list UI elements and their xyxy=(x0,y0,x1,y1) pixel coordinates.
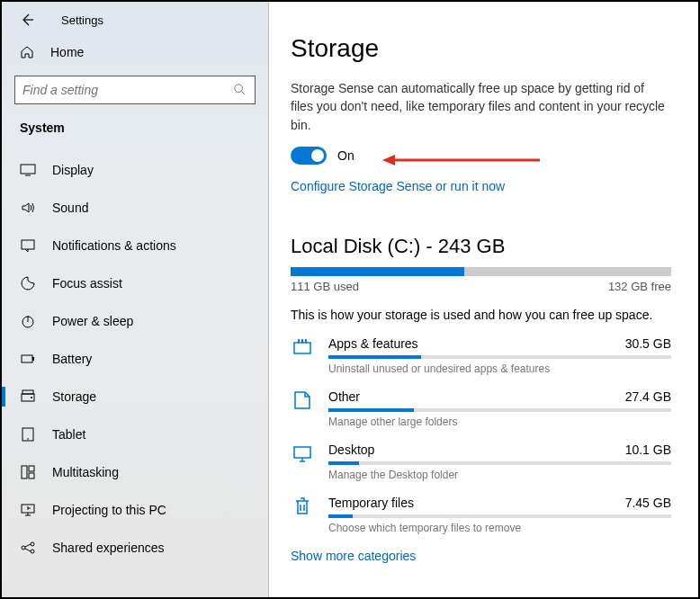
storage-sense-desc: Storage Sense can automatically free up … xyxy=(291,79,669,134)
category-name: Apps & features xyxy=(328,336,418,351)
app-title: Settings xyxy=(61,13,103,27)
svg-rect-12 xyxy=(29,466,34,471)
svg-rect-20 xyxy=(294,343,310,353)
svg-rect-13 xyxy=(29,473,34,478)
sound-icon xyxy=(20,200,36,216)
category-sub: Choose which temporary files to remove xyxy=(328,522,671,534)
main-content: Storage Storage Sense can automatically … xyxy=(269,2,698,597)
sidebar-item-label: Multitasking xyxy=(52,465,119,479)
disk-free-label: 132 GB free xyxy=(608,280,671,293)
sidebar-item-label: Display xyxy=(52,163,94,177)
category-desktop[interactable]: Desktop10.1 GBManage the Desktop folder xyxy=(291,443,671,481)
svg-rect-7 xyxy=(22,390,33,394)
home-icon xyxy=(20,45,34,59)
svg-marker-19 xyxy=(382,155,395,165)
apps-icon xyxy=(291,336,314,360)
page-title: Storage xyxy=(291,34,671,63)
sidebar-item-label: Focus assist xyxy=(52,276,122,291)
sidebar-item-battery[interactable]: Battery xyxy=(2,340,268,378)
project-icon xyxy=(20,502,36,518)
nav-list: DisplaySoundNotifications & actionsFocus… xyxy=(2,151,268,597)
svg-rect-22 xyxy=(301,339,303,343)
desktop-icon xyxy=(291,443,314,466)
sidebar-item-tablet[interactable]: Tablet xyxy=(2,416,268,453)
storage-sense-toggle[interactable] xyxy=(291,147,327,165)
category-sub: Uninstall unused or undesired apps & fea… xyxy=(328,362,671,375)
sidebar-item-label: Storage xyxy=(52,389,96,404)
battery-icon xyxy=(20,351,36,367)
temp-icon xyxy=(291,496,314,519)
sidebar-item-label: Projecting to this PC xyxy=(52,503,166,517)
sidebar-item-notifications[interactable]: Notifications & actions xyxy=(2,227,268,264)
category-size: 30.5 GB xyxy=(625,336,671,351)
svg-point-15 xyxy=(22,546,25,550)
back-arrow-icon xyxy=(20,13,34,27)
show-more-link[interactable]: Show more categories xyxy=(291,549,671,563)
category-bar xyxy=(328,514,671,518)
sidebar-item-shared[interactable]: Shared experiences xyxy=(2,529,268,567)
storage-icon xyxy=(20,389,36,405)
red-arrow-annotation xyxy=(382,154,540,166)
display-icon xyxy=(20,162,36,178)
toggle-state: On xyxy=(337,148,354,163)
sidebar-item-label: Notifications & actions xyxy=(52,238,176,253)
sidebar-item-label: Tablet xyxy=(52,427,85,442)
category-apps[interactable]: Apps & features30.5 GBUninstall unused o… xyxy=(291,336,671,375)
home-button[interactable]: Home xyxy=(2,34,268,70)
svg-rect-11 xyxy=(22,466,27,478)
focus-icon xyxy=(20,275,36,291)
category-other[interactable]: Other27.4 GBManage other large folders xyxy=(291,389,671,428)
notifications-icon xyxy=(20,237,36,254)
search-box[interactable] xyxy=(14,76,256,104)
sidebar: Settings Home System DisplaySoundNotific… xyxy=(2,2,269,597)
search-input[interactable] xyxy=(22,83,233,97)
category-temp[interactable]: Temporary files7.45 GBChoose which tempo… xyxy=(291,496,671,534)
back-button[interactable] xyxy=(20,13,34,27)
category-name: Other xyxy=(328,389,360,404)
sidebar-item-label: Shared experiences xyxy=(52,541,165,555)
other-icon xyxy=(291,389,314,413)
shared-icon xyxy=(20,540,36,556)
sidebar-item-focus[interactable]: Focus assist xyxy=(2,264,268,302)
home-label: Home xyxy=(50,45,84,59)
usage-desc: This is how your storage is used and how… xyxy=(291,308,671,322)
svg-rect-4 xyxy=(22,355,32,362)
category-bar xyxy=(328,461,671,465)
sidebar-item-power[interactable]: Power & sleep xyxy=(2,302,268,340)
sidebar-item-label: Power & sleep xyxy=(52,314,133,328)
svg-point-10 xyxy=(27,438,29,440)
category-size: 10.1 GB xyxy=(625,443,671,457)
sidebar-item-sound[interactable]: Sound xyxy=(2,189,268,227)
category-name: Temporary files xyxy=(328,496,414,510)
sidebar-item-label: Battery xyxy=(52,352,92,366)
power-icon xyxy=(20,313,36,329)
category-size: 7.45 GB xyxy=(625,496,671,510)
svg-rect-1 xyxy=(21,165,35,174)
svg-rect-24 xyxy=(294,447,310,458)
svg-point-0 xyxy=(235,85,243,93)
tablet-icon xyxy=(20,426,36,443)
category-bar xyxy=(328,355,671,359)
section-label: System xyxy=(2,115,268,151)
sidebar-item-label: Sound xyxy=(52,201,88,215)
svg-rect-21 xyxy=(298,339,300,343)
sidebar-item-project[interactable]: Projecting to this PC xyxy=(2,491,268,529)
svg-rect-2 xyxy=(22,240,34,249)
multitask-icon xyxy=(20,464,36,480)
svg-point-8 xyxy=(31,397,32,398)
category-sub: Manage other large folders xyxy=(328,416,671,428)
configure-link[interactable]: Configure Storage Sense or run it now xyxy=(291,179,671,193)
category-bar xyxy=(328,408,671,412)
category-size: 27.4 GB xyxy=(625,389,671,404)
sidebar-item-storage[interactable]: Storage xyxy=(2,378,268,416)
category-sub: Manage the Desktop folder xyxy=(328,469,671,481)
disk-usage-bar xyxy=(291,267,671,276)
svg-rect-5 xyxy=(32,357,34,361)
category-name: Desktop xyxy=(328,443,374,457)
sidebar-item-display[interactable]: Display xyxy=(2,151,268,189)
svg-rect-23 xyxy=(305,339,307,343)
search-icon xyxy=(233,83,247,97)
sidebar-item-multitask[interactable]: Multitasking xyxy=(2,453,268,491)
svg-point-17 xyxy=(31,550,34,553)
disk-used-label: 111 GB used xyxy=(291,280,359,293)
